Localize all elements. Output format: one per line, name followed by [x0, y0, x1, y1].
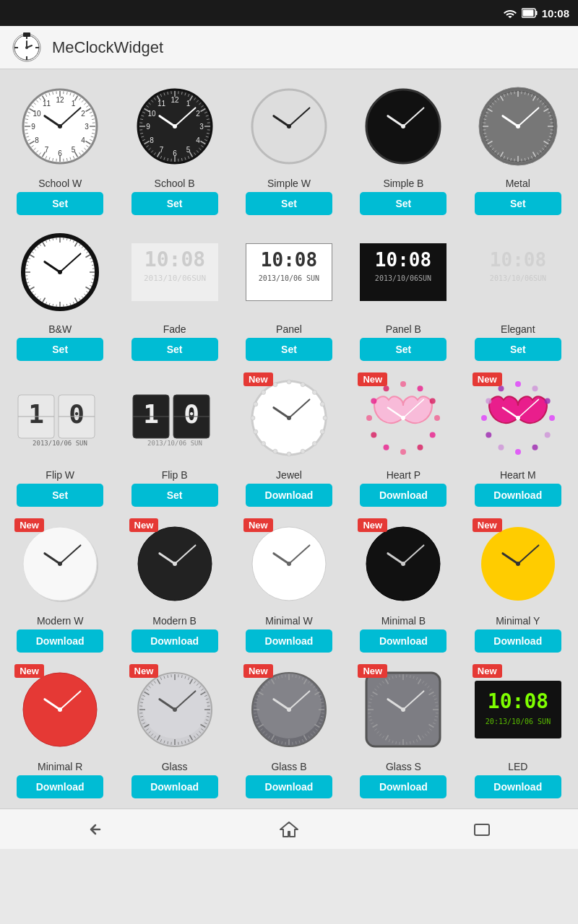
- action-button-elegant[interactable]: Set: [475, 338, 561, 361]
- svg-point-467: [173, 707, 177, 712]
- action-button-simple-b[interactable]: Set: [360, 192, 447, 215]
- svg-text:10:08: 10:08: [490, 249, 546, 271]
- svg-point-346: [262, 391, 266, 395]
- clock-item-panel: 10:082013/10/06 SUN Panel Set: [235, 225, 343, 361]
- clock-item-simple-w: Simple W Set: [235, 79, 343, 215]
- clock-preview-heart-p: New: [356, 371, 450, 465]
- clock-preview-glass-s: New: [356, 663, 450, 757]
- svg-point-333: [301, 383, 305, 387]
- svg-point-340: [287, 452, 291, 456]
- svg-point-164: [173, 124, 177, 128]
- svg-text:10:08: 10:08: [261, 249, 317, 271]
- action-button-heart-m[interactable]: Download: [475, 484, 561, 507]
- svg-text:6: 6: [58, 149, 62, 157]
- action-button-school-b[interactable]: Set: [131, 192, 218, 215]
- svg-point-334: [312, 391, 316, 395]
- recent-button[interactable]: [471, 821, 493, 838]
- new-badge-minimal-b: New: [358, 518, 387, 532]
- action-button-flip-w[interactable]: Set: [17, 484, 103, 507]
- clock-item-heart-m: New Heart M Download: [464, 371, 572, 507]
- clock-name-glass: Glass: [162, 761, 188, 772]
- clock-preview-glass-b: New: [242, 663, 336, 757]
- svg-point-337: [320, 430, 324, 434]
- svg-text:1: 1: [28, 399, 44, 429]
- clock-preview-minimal-w: New: [242, 517, 336, 611]
- action-button-flip-b[interactable]: Set: [131, 484, 218, 507]
- action-button-jewel[interactable]: Download: [246, 484, 332, 507]
- action-button-minimal-b[interactable]: Download: [360, 629, 447, 653]
- clock-preview-school-w: 121234567891011: [13, 79, 107, 173]
- clock-preview-jewel: New: [242, 371, 336, 465]
- svg-text:7: 7: [45, 146, 49, 154]
- clock-preview-fade: 10:082013/10/06SUN: [128, 225, 222, 319]
- svg-point-367: [544, 432, 550, 438]
- new-badge-glass-s: New: [358, 664, 387, 678]
- svg-point-390: [287, 562, 291, 566]
- svg-text:10: 10: [33, 110, 42, 118]
- clock-item-metal: Metal Set: [464, 79, 572, 215]
- svg-point-336: [323, 416, 327, 420]
- action-button-panel-b[interactable]: Set: [360, 338, 447, 361]
- clock-name-fade: Fade: [163, 323, 186, 335]
- clock-item-panel-b: 10:082013/10/06SUN Panel B Set: [349, 225, 457, 361]
- svg-text:11: 11: [158, 100, 166, 108]
- clock-item-fade: 10:082013/10/06SUN Fade Set: [120, 225, 228, 361]
- clock-name-led: LED: [508, 761, 527, 772]
- action-button-modern-w[interactable]: Download: [17, 629, 103, 653]
- svg-text:20:13/10/06 SUN: 20:13/10/06 SUN: [486, 718, 551, 725]
- new-badge-heart-p: New: [358, 372, 387, 386]
- action-button-heart-p[interactable]: Download: [360, 484, 447, 507]
- action-button-led[interactable]: Download: [475, 775, 561, 798]
- svg-point-402: [58, 707, 62, 712]
- clock-item-school-b: 121234567891011 School B Set: [120, 79, 228, 215]
- svg-point-348: [400, 381, 406, 387]
- svg-text:5: 5: [72, 146, 76, 154]
- clock-item-glass-s: New Glass S Download: [349, 663, 457, 798]
- svg-text:12: 12: [171, 96, 179, 104]
- clock-preview-minimal-r: New: [13, 663, 107, 757]
- action-button-minimal-y[interactable]: Download: [475, 629, 561, 653]
- action-button-modern-b[interactable]: Download: [131, 629, 218, 653]
- action-button-glass[interactable]: Download: [131, 775, 218, 798]
- action-button-glass-s[interactable]: Download: [360, 775, 447, 798]
- action-button-minimal-r[interactable]: Download: [17, 775, 103, 798]
- svg-text:3: 3: [85, 123, 89, 131]
- clock-name-panel: Panel: [276, 323, 302, 335]
- clock-name-panel-b: Panel B: [386, 323, 421, 335]
- svg-text:1: 1: [72, 100, 76, 108]
- new-badge-minimal-y: New: [473, 518, 502, 532]
- svg-point-301: [58, 270, 62, 274]
- svg-point-338: [312, 441, 316, 445]
- action-button-minimal-w[interactable]: Download: [246, 629, 332, 653]
- action-button-panel[interactable]: Set: [246, 338, 332, 361]
- clock-preview-elegant: 10:082013/10/06SUN: [471, 225, 565, 319]
- clock-name-modern-b: Modern B: [152, 615, 197, 627]
- clock-preview-simple-w: [242, 79, 336, 173]
- action-button-simple-w[interactable]: Set: [246, 192, 332, 215]
- svg-point-349: [418, 385, 423, 391]
- clock-name-simple-w: Simple W: [267, 178, 311, 189]
- svg-point-372: [481, 415, 487, 421]
- action-button-fade[interactable]: Set: [131, 338, 218, 361]
- back-button[interactable]: [85, 821, 107, 838]
- svg-point-332: [287, 380, 291, 384]
- svg-point-368: [532, 445, 538, 450]
- status-time: 10:08: [542, 7, 569, 19]
- action-button-glass-b[interactable]: Download: [246, 775, 332, 798]
- new-badge-modern-w: New: [14, 518, 44, 532]
- svg-point-369: [515, 449, 521, 455]
- clock-name-school-b: School B: [155, 178, 195, 189]
- svg-text:7: 7: [159, 146, 163, 154]
- action-button-bw[interactable]: Set: [17, 338, 103, 361]
- new-badge-minimal-w: New: [243, 518, 273, 532]
- svg-text:1: 1: [186, 100, 190, 108]
- action-button-metal[interactable]: Set: [475, 192, 561, 215]
- svg-point-364: [532, 385, 538, 391]
- clock-item-flip-b: 1 0 2013/10/06 SUN Flip B Set: [120, 371, 228, 507]
- home-button[interactable]: [278, 819, 300, 840]
- clock-name-minimal-b: Minimal B: [381, 615, 426, 627]
- clock-item-glass: New Glass Download: [120, 663, 228, 798]
- action-button-school-w[interactable]: Set: [17, 192, 103, 215]
- svg-text:4: 4: [81, 136, 85, 144]
- svg-text:9: 9: [146, 123, 150, 131]
